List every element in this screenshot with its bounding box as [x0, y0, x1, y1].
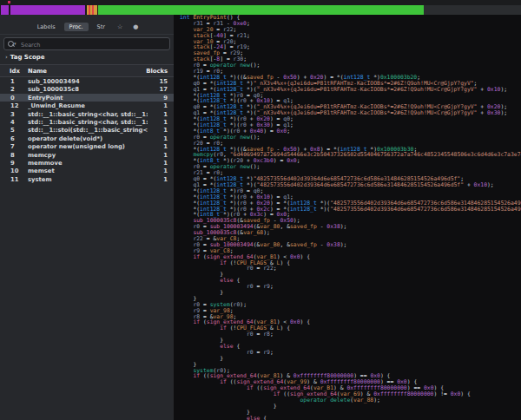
star-icon[interactable]: ☆	[114, 23, 126, 31]
function-row[interactable]: 12_Unwind_Resume1	[0, 102, 174, 109]
code-line[interactable]: r0 = r9;	[180, 284, 521, 290]
row-idx: 9	[10, 160, 15, 167]
column-header-idx[interactable]: Idx	[10, 68, 20, 75]
row-idx: 3	[10, 111, 15, 118]
minimap-segment[interactable]	[1, 5, 9, 15]
code-line[interactable]: }	[180, 362, 521, 368]
decompiler-code-panel[interactable]: int EntryPoint() { r31 = r31 - 0xe0; var…	[174, 15, 521, 420]
row-idx: 0	[10, 95, 15, 102]
function-row[interactable]: 7operator new(unsigned long)1	[0, 142, 174, 150]
row-name: EntryPoint	[28, 95, 148, 102]
function-row[interactable]: 11system1	[0, 175, 174, 183]
row-blocks: 15	[160, 78, 168, 85]
column-header-name[interactable]: Name	[28, 68, 47, 75]
tag-scope-label: Tag Scope	[10, 54, 45, 61]
minimap-segment[interactable]	[424, 5, 521, 15]
tab-str[interactable]: Str	[92, 23, 110, 32]
code-lines: int EntryPoint() { r31 = r31 - 0xe0; var…	[180, 15, 521, 420]
row-idx: 2	[10, 86, 15, 93]
code-line[interactable]: r0 = r8;	[180, 331, 521, 338]
function-row[interactable]: 5std::__1::stoi(std::__1::basic_string<c…	[0, 126, 174, 134]
minimap-bar[interactable]	[0, 5, 521, 15]
row-blocks: 1	[163, 127, 168, 134]
chevron-right-icon: ›	[5, 54, 8, 61]
function-list-sidebar: LabelsProc.Str☆ ● ▾ ›Tag Scope Idx Name …	[0, 15, 174, 420]
row-blocks: 1	[163, 143, 168, 150]
minimap-cursor-tick	[8, 1, 10, 3]
row-name: memcpy	[28, 152, 148, 159]
function-row[interactable]: 10memset1	[0, 167, 174, 174]
function-row[interactable]: 2sub_1000035c817	[0, 85, 174, 93]
code-line[interactable]: else {	[180, 416, 521, 420]
row-name: operator new(unsigned long)	[28, 143, 148, 150]
row-blocks: 1	[163, 102, 168, 109]
row-idx: 11	[10, 176, 18, 183]
row-name: std::__1::stoi(std::__1::basic_string<ch…	[28, 127, 148, 134]
search-dropdown-caret[interactable]: ▾	[14, 41, 16, 46]
row-blocks: 1	[163, 135, 168, 142]
row-idx: 8	[10, 152, 15, 159]
code-line[interactable]: }	[180, 356, 521, 362]
row-idx: 6	[10, 135, 15, 142]
row-idx: 7	[10, 143, 15, 150]
function-list: 1sub_100003494152sub_1000035c8170EntryPo…	[0, 77, 174, 183]
row-name: memset	[28, 167, 148, 174]
row-name: memmove	[28, 160, 148, 167]
sidebar-tab-bar: LabelsProc.Str☆ ●	[0, 20, 174, 35]
minimap-segment[interactable]	[87, 5, 97, 15]
column-header-blocks[interactable]: Blocks	[146, 68, 168, 75]
search-input[interactable]	[19, 38, 168, 51]
row-idx: 1	[10, 78, 15, 85]
row-name: sub_1000035c8	[28, 86, 148, 93]
row-blocks: 9	[163, 95, 168, 102]
row-name: std::__1::basic_string<char, std::__1::c…	[28, 111, 148, 118]
minimap-segment[interactable]	[98, 5, 424, 15]
tab-proc[interactable]: Proc.	[64, 23, 89, 32]
row-name: sub_100003494	[28, 78, 148, 85]
code-line[interactable]: r0 = operator new();	[180, 164, 521, 170]
code-line[interactable]: r0 = r22;	[180, 266, 521, 272]
row-blocks: 1	[163, 176, 168, 183]
code-line[interactable]: r0 = operator new();	[180, 62, 521, 69]
tab-labels[interactable]: Labels	[32, 23, 61, 32]
function-row[interactable]: 9memmove1	[0, 159, 174, 167]
row-blocks: 1	[163, 167, 168, 174]
row-blocks: 1	[163, 152, 168, 159]
row-name: system	[28, 176, 148, 183]
row-name: std::__1::basic_string<char, std::__1::c…	[28, 119, 148, 126]
app-window: LabelsProc.Str☆ ● ▾ ›Tag Scope Idx Name …	[0, 0, 521, 420]
function-row[interactable]: 0EntryPoint9	[0, 94, 174, 102]
minimap-segment[interactable]	[10, 5, 85, 15]
row-name: _Unwind_Resume	[28, 102, 148, 109]
row-idx: 5	[10, 127, 15, 134]
search-box: ▾	[3, 37, 170, 50]
row-blocks: 1	[163, 119, 168, 126]
code-line[interactable]: r0 = r9;	[180, 350, 521, 356]
table-header: Idx Name Blocks	[0, 64, 174, 77]
code-line[interactable]: r0 = operator new();	[180, 135, 521, 141]
minimap-red-tick	[92, 5, 94, 15]
row-blocks: 1	[163, 111, 168, 118]
row-name: operator delete(void*)	[28, 135, 148, 142]
function-row[interactable]: 6operator delete(void*)1	[0, 135, 174, 142]
minimap-red-tick	[89, 5, 90, 15]
row-idx: 4	[10, 119, 15, 126]
function-row[interactable]: 4std::__1::basic_string<char, std::__1::…	[0, 118, 174, 126]
code-line[interactable]: }	[180, 290, 521, 296]
row-blocks: 17	[160, 86, 168, 93]
options-dot-icon[interactable]: ●	[129, 23, 142, 31]
row-idx: 10	[10, 167, 18, 174]
row-blocks: 1	[163, 160, 168, 167]
tag-scope-section[interactable]: ›Tag Scope	[5, 54, 45, 62]
function-row[interactable]: 1sub_10000349415	[0, 77, 174, 85]
function-row[interactable]: 3std::__1::basic_string<char, std::__1::…	[0, 110, 174, 118]
function-row[interactable]: 8memcpy1	[0, 151, 174, 159]
row-idx: 12	[10, 102, 18, 109]
